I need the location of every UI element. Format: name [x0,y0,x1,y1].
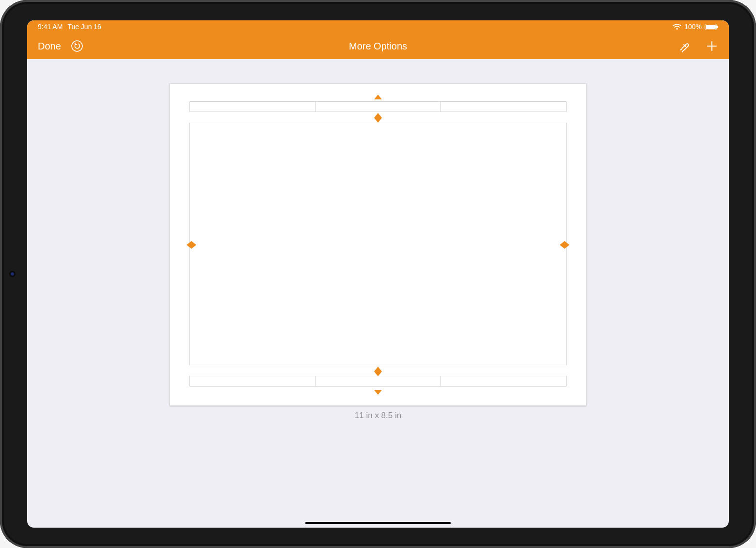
footer-area[interactable] [189,376,567,387]
battery-icon [705,24,718,30]
footer-cell-right[interactable] [441,376,566,386]
header-cell-right[interactable] [441,102,566,112]
wifi-icon [673,24,681,30]
body-area[interactable] [189,123,567,365]
header-cell-left[interactable] [190,102,315,112]
bottom-margin-handle[interactable] [374,367,382,376]
add-button[interactable] [706,40,718,52]
undo-button[interactable] [71,40,83,52]
camera-dot [11,273,14,276]
page-size-label: 11 in x 8.5 in [355,411,401,420]
bottom-margin-outer-handle[interactable] [374,390,382,395]
screen: 9:41 AM Tue Jun 16 100% [27,20,729,528]
header-cell-center[interactable] [315,102,441,112]
footer-cell-left[interactable] [190,376,315,386]
battery-percent: 100% [684,23,702,31]
status-time: 9:41 AM [38,23,63,31]
format-brush-button[interactable] [677,39,691,53]
ipad-device-frame: 9:41 AM Tue Jun 16 100% [0,0,756,548]
status-date: Tue Jun 16 [67,23,101,31]
done-button[interactable]: Done [38,41,61,52]
svg-point-3 [72,41,82,51]
document-page[interactable] [170,83,586,406]
top-margin-handle[interactable] [374,113,382,123]
left-margin-handle[interactable] [187,241,196,249]
toolbar: Done More Options [27,33,729,59]
status-bar: 9:41 AM Tue Jun 16 100% [27,20,729,33]
canvas-area[interactable]: 11 in x 8.5 in [27,59,729,528]
top-margin-outer-handle[interactable] [374,95,382,99]
svg-rect-2 [717,26,718,28]
page-title[interactable]: More Options [27,41,729,52]
footer-cell-center[interactable] [315,376,441,386]
header-area[interactable] [189,101,567,112]
svg-rect-1 [706,25,716,29]
home-indicator[interactable] [305,522,451,524]
right-margin-handle[interactable] [560,241,569,249]
